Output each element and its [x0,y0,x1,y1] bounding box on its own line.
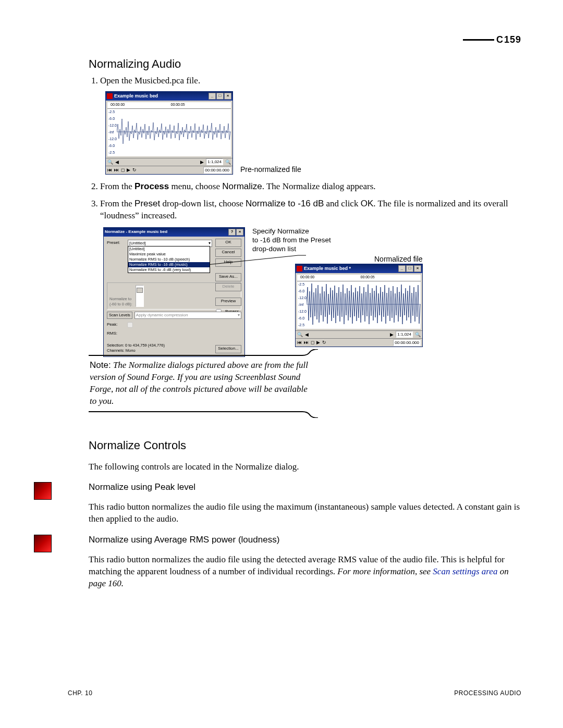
zoom-in-icon[interactable]: 🔍 [415,331,421,338]
ok-button[interactable]: OK [215,239,241,247]
help-icon[interactable]: ? [228,229,236,236]
scroll-left-icon[interactable]: ◀ [305,331,309,338]
dialog-body: OK Cancel Help Save As... Delete Preview [104,237,244,356]
zoom-in-icon[interactable]: 🔍 [225,159,231,165]
help-button[interactable]: Help [215,258,241,267]
transport-bar: ⏮ ⏭ ◻ ▶ ↻ 00:00:00.000 [296,338,422,347]
t: (-60 to 0 dB): [109,302,132,306]
field-name-preset: Preset [134,199,160,208]
preset-option-selected[interactable]: Normalize RMS to -16 dB (music) [128,262,210,267]
db-tick: -2.5 [108,108,117,115]
preset-option[interactable]: Normalize RMS to -10 dB (speech) [128,257,210,262]
db-tick: -2.5 [298,281,307,288]
ruler-label-left: 00:00:00 [300,275,361,281]
cancel-button[interactable]: Cancel [215,249,241,257]
window-titlebar[interactable]: Example music bed * _ □ × [296,264,422,273]
preview-button[interactable]: Preview [215,298,241,306]
subsection-rms: Normalize using Average RMS power (loudn… [89,535,521,590]
rms-label: RMS: [107,331,123,337]
step-2: From the Process menu, choose Normalize.… [100,181,521,193]
scroll-left-icon[interactable]: ◀ [115,159,119,165]
menu-name-process: Process [134,181,169,191]
dialog-button-column: OK Cancel Help Save As... Delete Preview [215,239,241,316]
go-end-icon[interactable]: ⏭ [304,339,309,346]
scan-levels-button[interactable]: Scan Levels [107,312,132,319]
preset-option[interactable]: Normalize RMS to -6 dB (very loud) [128,267,210,273]
figure-2: Normalize - Example music bed ? × OK Can… [103,227,521,339]
waveform-area: 00:00:00 00:00:05 -2.5 -6.0 -12.0 -Inf -… [107,102,231,156]
scan-settings-link[interactable]: Scan settings area [433,566,497,576]
stop-icon[interactable]: ◻ [121,167,125,173]
footer-left: CHP. 10 [68,689,92,697]
db-tick: -12.0 [108,122,117,129]
t: From the [100,199,134,208]
button-name-ok: OK [361,199,374,208]
preset-option[interactable]: [Untitled] [128,246,210,252]
delete-button[interactable]: Delete [215,283,241,291]
preset-value-label: Normalize to -16 dB [246,199,324,208]
maximize-icon[interactable]: □ [216,93,224,100]
t: menu, choose [169,181,222,191]
waveform-area: 00:00:00 00:00:05 -2.5 -6.0 -12.0 -Inf -… [297,275,421,329]
db-tick: -6.0 [108,115,117,122]
note-box: Note: The Normalize dialogs pictured abo… [89,349,318,418]
figure-2-annotation: Specify Normalize to -16 dB from the Pre… [252,227,331,254]
dialog-titlebar[interactable]: Normalize - Example music bed ? × [104,228,244,237]
app-icon [107,93,113,99]
go-start-icon[interactable]: ⏮ [107,167,112,173]
save-as-button[interactable]: Save As... [215,273,241,281]
page-number-value: 159 [504,34,521,45]
close-icon[interactable]: × [236,229,243,236]
zoom-out-icon[interactable]: 🔍 [107,159,113,165]
peak-body: This radio button normalizes the audio f… [89,501,521,525]
heading-normalizing-audio: Normalizing Audio [89,57,521,71]
waveform-window-post: Example music bed * _ □ × 00:00:00 00:00… [295,264,423,347]
step-3-text: From the Preset drop-down list, choose N… [100,199,508,220]
go-start-icon[interactable]: ⏮ [297,339,302,346]
heading-normalize-controls: Normalize Controls [89,439,521,452]
db-tick: -6.0 [108,142,117,149]
figure-1-caption: Pre-normalized file [240,165,301,175]
waveform-svg [117,108,231,155]
scroll-right-icon[interactable]: ▶ [200,159,204,165]
step-1: Open the Musicbed.pca file. Example musi… [100,75,521,175]
footer-right: PROCESSING AUDIO [454,689,521,697]
slider-thumb[interactable] [137,288,143,293]
transport-bar: ⏮ ⏭ ◻ ▶ ↻ 00:00:00.000 [106,166,232,174]
page-number-bracket: C [496,34,503,45]
step-2-text: From the Process menu, choose Normalize.… [100,181,376,191]
db-tick: -12.0 [108,135,117,142]
close-icon[interactable]: × [224,93,231,100]
minimize-icon[interactable]: _ [398,265,406,272]
play-icon[interactable]: ▶ [316,339,320,346]
preset-dropdown-list[interactable]: [Untitled] Maximize peak value Normalize… [128,246,210,273]
gutter-marker-icon [34,482,52,500]
note-rule-bottom [89,411,318,418]
stop-icon[interactable]: ◻ [311,339,314,346]
maximize-icon[interactable]: □ [406,265,413,272]
dialog-title: Normalize - Example music bed [105,229,167,235]
normalize-slider[interactable] [136,285,144,307]
loop-icon[interactable]: ↻ [132,167,137,173]
close-icon[interactable]: × [414,265,421,272]
peak-row: Peak: [107,320,241,330]
loop-icon[interactable]: ↻ [322,339,326,346]
db-scale: -2.5 -6.0 -12.0 -Inf -12.0 -6.0 -2.5 [298,281,307,328]
window-titlebar[interactable]: Example music bed _ □ × [106,92,232,101]
heading-rms: Normalize using Average RMS power (loudn… [89,535,521,545]
db-tick: -6.0 [298,315,307,322]
zoom-out-icon[interactable]: 🔍 [297,331,303,338]
selection-info: Selection: 0 to 434,759 (434,776) [107,343,165,348]
clipping-combo[interactable]: Apply dynamic compression [134,312,241,319]
preset-option[interactable]: Maximize peak value [128,252,210,257]
page: C 159 Normalizing Audio Open the Musicbe… [0,0,563,728]
waveform-svg [307,281,421,328]
db-tick: -2.5 [298,322,307,328]
minimize-icon[interactable]: _ [209,93,216,100]
page-number: C 159 [463,34,521,45]
normalize-to-label: Normalize to (-60 to 0 dB): [109,297,132,307]
play-icon[interactable]: ▶ [127,167,130,173]
scroll-right-icon[interactable]: ▶ [390,331,394,338]
go-end-icon[interactable]: ⏭ [114,167,119,173]
note-label: Note: [90,360,111,370]
